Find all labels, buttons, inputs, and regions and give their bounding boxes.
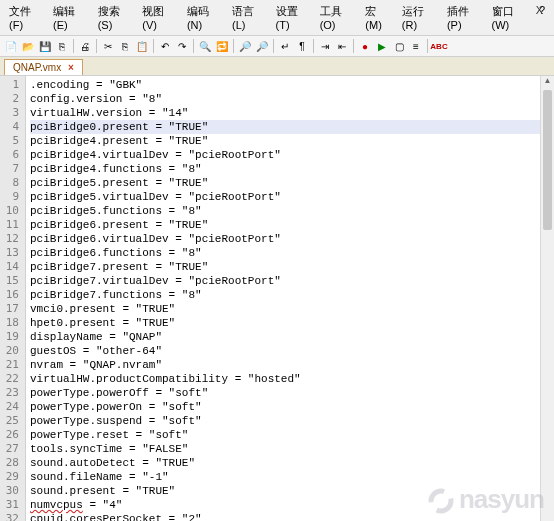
line-number: 5 [4,134,19,148]
editor: 1234567891011121314151617181920212223242… [0,76,554,521]
toolbar-separator [73,39,74,53]
line-number: 31 [4,498,19,512]
code-line[interactable]: powerType.powerOff = "soft" [30,386,550,400]
toolbar-separator [313,39,314,53]
record-icon[interactable]: ● [357,38,373,54]
tabbar: QNAP.vmx × [0,57,554,76]
wrap-icon[interactable]: ↵ [277,38,293,54]
line-number: 15 [4,274,19,288]
code-line[interactable]: powerType.powerOn = "soft" [30,400,550,414]
code-line[interactable]: powerType.reset = "soft" [30,428,550,442]
menu-run[interactable]: 运行(R) [397,2,440,33]
toolbar-separator [233,39,234,53]
playlist-icon[interactable]: ≡ [408,38,424,54]
line-number: 10 [4,204,19,218]
code-line[interactable]: hpet0.present = "TRUE" [30,316,550,330]
vertical-scrollbar[interactable]: ▲ ▼ [540,76,554,521]
line-number-gutter: 1234567891011121314151617181920212223242… [0,76,26,521]
menu-tools[interactable]: 工具(O) [315,2,359,33]
tab-label: QNAP.vmx [13,62,61,73]
line-number: 8 [4,176,19,190]
tab-file[interactable]: QNAP.vmx × [4,59,83,75]
find-icon[interactable]: 🔍 [197,38,213,54]
code-line[interactable]: sound.autoDetect = "TRUE" [30,456,550,470]
line-number: 1 [4,78,19,92]
spellcheck-icon[interactable]: ABC [431,38,447,54]
menu-macro[interactable]: 宏(M) [360,2,394,33]
window-close-button[interactable]: X [531,2,548,18]
code-line[interactable]: pciBridge5.functions = "8" [30,204,550,218]
code-line[interactable]: cpuid.coresPerSocket = "2" [30,512,550,521]
code-line[interactable]: pciBridge4.functions = "8" [30,162,550,176]
line-number: 27 [4,442,19,456]
code-line[interactable]: numvcpus = "4" [30,498,550,512]
replace-icon[interactable]: 🔁 [214,38,230,54]
save-all-icon[interactable]: ⎘ [54,38,70,54]
menu-window[interactable]: 窗口(W) [487,2,532,33]
line-number: 22 [4,372,19,386]
open-file-icon[interactable]: 📂 [20,38,36,54]
line-number: 19 [4,330,19,344]
line-number: 4 [4,120,19,134]
paste-icon[interactable]: 📋 [134,38,150,54]
toolbar: 📄 📂 💾 ⎘ 🖨 ✂ ⎘ 📋 ↶ ↷ 🔍 🔁 🔎 🔎 ↵ ¶ ⇥ ⇤ ● ▶ … [0,36,554,57]
outdent-icon[interactable]: ⇤ [334,38,350,54]
code-line[interactable]: pciBridge4.virtualDev = "pcieRootPort" [30,148,550,162]
code-line[interactable]: vmci0.present = "TRUE" [30,302,550,316]
cut-icon[interactable]: ✂ [100,38,116,54]
code-line[interactable]: powerType.suspend = "soft" [30,414,550,428]
menu-encoding[interactable]: 编码(N) [182,2,225,33]
menu-search[interactable]: 搜索(S) [93,2,136,33]
line-number: 11 [4,218,19,232]
code-line[interactable]: .encoding = "GBK" [30,78,550,92]
stop-icon[interactable]: ▢ [391,38,407,54]
menu-plugins[interactable]: 插件(P) [442,2,485,33]
scroll-up-icon[interactable]: ▲ [541,76,554,90]
code-line[interactable]: config.version = "8" [30,92,550,106]
code-line[interactable]: guestOS = "other-64" [30,344,550,358]
code-line[interactable]: pciBridge5.virtualDev = "pcieRootPort" [30,190,550,204]
code-line[interactable]: sound.present = "TRUE" [30,484,550,498]
code-line[interactable]: virtualHW.productCompatibility = "hosted… [30,372,550,386]
save-icon[interactable]: 💾 [37,38,53,54]
code-line[interactable]: pciBridge6.virtualDev = "pcieRootPort" [30,232,550,246]
line-number: 3 [4,106,19,120]
menu-edit[interactable]: 编辑(E) [48,2,91,33]
code-line[interactable]: tools.syncTime = "FALSE" [30,442,550,456]
line-number: 13 [4,246,19,260]
code-line[interactable]: pciBridge7.functions = "8" [30,288,550,302]
menu-view[interactable]: 视图(V) [137,2,180,33]
redo-icon[interactable]: ↷ [174,38,190,54]
copy-icon[interactable]: ⎘ [117,38,133,54]
tab-close-icon[interactable]: × [68,62,74,73]
code-line[interactable]: pciBridge7.virtualDev = "pcieRootPort" [30,274,550,288]
print-icon[interactable]: 🖨 [77,38,93,54]
line-number: 6 [4,148,19,162]
undo-icon[interactable]: ↶ [157,38,173,54]
line-number: 21 [4,358,19,372]
new-file-icon[interactable]: 📄 [3,38,19,54]
code-line[interactable]: virtualHW.version = "14" [30,106,550,120]
scrollbar-thumb[interactable] [543,90,552,230]
toolbar-separator [193,39,194,53]
line-number: 12 [4,232,19,246]
menu-file[interactable]: 文件(F) [4,2,46,33]
show-all-icon[interactable]: ¶ [294,38,310,54]
code-area[interactable]: .encoding = "GBK"config.version = "8"vir… [26,76,554,521]
code-line[interactable]: pciBridge7.present = "TRUE" [30,260,550,274]
code-line[interactable]: nvram = "QNAP.nvram" [30,358,550,372]
toolbar-separator [427,39,428,53]
zoom-out-icon[interactable]: 🔎 [254,38,270,54]
menu-language[interactable]: 语言(L) [227,2,269,33]
code-line[interactable]: sound.fileName = "-1" [30,470,550,484]
code-line[interactable]: pciBridge6.functions = "8" [30,246,550,260]
indent-icon[interactable]: ⇥ [317,38,333,54]
play-icon[interactable]: ▶ [374,38,390,54]
menu-settings[interactable]: 设置(T) [271,2,313,33]
code-line[interactable]: displayName = "QNAP" [30,330,550,344]
code-line[interactable]: pciBridge6.present = "TRUE" [30,218,550,232]
code-line[interactable]: pciBridge0.present = "TRUE" [30,120,550,134]
code-line[interactable]: pciBridge5.present = "TRUE" [30,176,550,190]
zoom-in-icon[interactable]: 🔎 [237,38,253,54]
code-line[interactable]: pciBridge4.present = "TRUE" [30,134,550,148]
